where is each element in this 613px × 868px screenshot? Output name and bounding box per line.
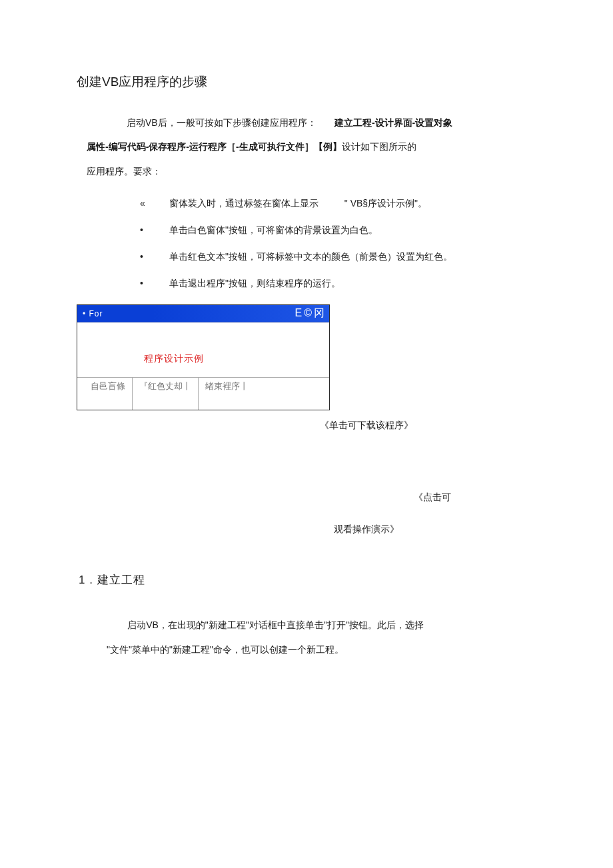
window-title-text: • For — [83, 309, 295, 318]
red-text-button[interactable]: 『红色丈却丨 — [133, 378, 199, 410]
exit-button[interactable]: 绪束裡序丨 — [199, 378, 255, 410]
bullet-text-3: 单击红色文本"按钮，可将标签中文本的颜色（前景色）设置为红色。 — [169, 251, 452, 262]
bullet-item-4: • 单击退出程序"按钮，则结束程序的运行。 — [77, 278, 536, 290]
intro-text-2a: 属性-编写代码-保存程序-运行程序［-生成可执行文件］【例】 — [87, 141, 342, 152]
bullet-text-1b: " VB§序设计示例"。 — [344, 198, 427, 209]
white-form-button[interactable]: 自邑盲條 — [84, 378, 133, 410]
intro-text-3: 应用程序。要求： — [87, 166, 161, 177]
window-label: 程序设计示例 — [144, 353, 204, 365]
bullet-mark: • — [140, 278, 167, 288]
demo-link-line1[interactable]: 《点击可 — [77, 492, 536, 504]
bullet-mark: • — [140, 224, 167, 235]
bullet-text-2: 单击白色窗体"按钮，可将窗体的背景设置为白色。 — [169, 224, 378, 235]
download-link[interactable]: 《单击可下载该程序》 — [77, 420, 536, 432]
section-heading-1: 1 . 建立工程 — [77, 572, 536, 588]
demo-link-line2[interactable]: 观看操作演示》 — [77, 524, 536, 536]
app-window: • For E©冈 程序设计示例 自邑盲條 『红色丈却丨 绪束裡序丨 — [77, 304, 330, 410]
bullet-item-3: • 单击红色文本"按钮，可将标签中文本的颜色（前景色）设置为红色。 — [77, 251, 536, 263]
intro-text-1a: 启动VB后，一般可按如下步骤创建应用程序： — [127, 117, 316, 128]
window-button-row: 自邑盲條 『红色丈却丨 绪束裡序丨 — [77, 377, 329, 410]
document-page: 创建VB应用程序的步骤 启动VB后，一般可按如下步骤创建应用程序： 建立工程-设… — [0, 0, 613, 715]
intro-text-1b: 建立工程-设计界面-设置对象 — [334, 117, 452, 128]
bullet-item-1: « 窗体装入时，通过标签在窗体上显示 " VB§序设计示例"。 — [77, 198, 536, 210]
window-client-area: 程序设计示例 — [77, 322, 329, 377]
window-titlebar: • For E©冈 — [77, 305, 329, 322]
window-control-icons[interactable]: E©冈 — [295, 306, 326, 320]
bullet-item-2: • 单击白色窗体"按钮，可将窗体的背景设置为白色。 — [77, 224, 536, 236]
page-title: 创建VB应用程序的步骤 — [77, 73, 536, 91]
section-1-paragraph: 启动VB，在出现的"新建工程"对话框中直接单击"打开"按钮。此后，选择 "文件"… — [77, 613, 536, 661]
bullet-list: « 窗体装入时，通过标签在窗体上显示 " VB§序设计示例"。 • 单击白色窗体… — [77, 198, 536, 290]
intro-text-2b: 设计如下图所示的 — [342, 141, 416, 152]
intro-paragraph: 启动VB后，一般可按如下步骤创建应用程序： 建立工程-设计界面-设置对象 属性-… — [77, 111, 536, 183]
bullet-mark: « — [140, 198, 167, 209]
section-1-line2: "文件"菜单中的"新建工程"命令，也可以创建一个新工程。 — [107, 644, 344, 655]
bullet-mark: • — [140, 251, 167, 262]
bullet-text-1a: 窗体装入时，通过标签在窗体上显示 — [169, 198, 318, 209]
bullet-text-4: 单击退出程序"按钮，则结束程序的运行。 — [169, 278, 340, 288]
section-1-line1: 启动VB，在出现的"新建工程"对话框中直接单击"打开"按钮。此后，选择 — [127, 620, 424, 630]
